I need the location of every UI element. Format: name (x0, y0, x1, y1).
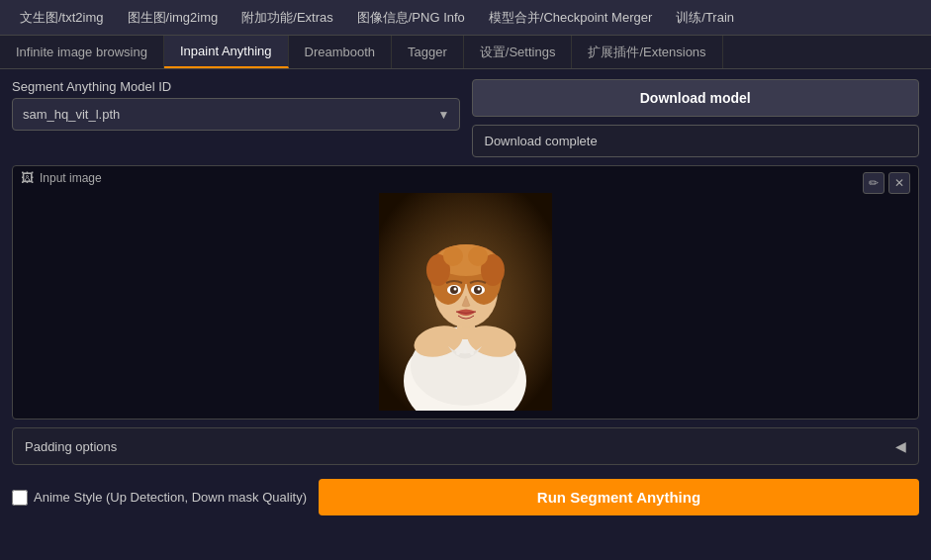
download-panel: Download model Download complete (472, 79, 920, 157)
input-image-display (379, 193, 552, 411)
svg-point-24 (470, 351, 474, 355)
svg-point-14 (443, 246, 463, 266)
svg-point-15 (468, 246, 488, 266)
svg-point-20 (454, 288, 457, 291)
input-image-area: 🖼 Input image ✏ ✕ (12, 165, 919, 420)
svg-point-21 (478, 288, 481, 291)
main-content: Segment Anything Model ID sam_hq_vit_l.p… (0, 69, 931, 560)
image-container (13, 189, 918, 419)
tab-inpaint[interactable]: Inpaint Anything (164, 36, 289, 68)
edit-image-button[interactable]: ✏ (863, 172, 884, 194)
anime-style-label: Anime Style (Up Detection, Down mask Qua… (34, 490, 307, 505)
tab-tagger[interactable]: Tagger (392, 36, 464, 68)
image-icon: 🖼 (21, 170, 34, 185)
tab-iib[interactable]: Infinite image browsing (0, 36, 164, 68)
download-status: Download complete (472, 125, 920, 157)
tab-bar: Infinite image browsing Inpaint Anything… (0, 36, 931, 69)
close-image-button[interactable]: ✕ (888, 172, 910, 194)
image-area-header: 🖼 Input image (13, 166, 918, 189)
model-select-wrapper: sam_hq_vit_l.pth sam_vit_h.pth sam_vit_l… (12, 98, 460, 131)
nav-merger[interactable]: 模型合并/Checkpoint Merger (477, 0, 664, 35)
bottom-bar: Anime Style (Up Detection, Down mask Qua… (12, 473, 919, 521)
padding-options-header[interactable]: Padding options ◀ (13, 428, 918, 464)
nav-train[interactable]: 训练/Train (664, 0, 746, 35)
padding-options-section: Padding options ◀ (12, 427, 919, 465)
model-select[interactable]: sam_hq_vit_l.pth sam_vit_h.pth sam_vit_l… (12, 98, 460, 131)
image-tools: ✏ ✕ (863, 172, 910, 194)
padding-options-title: Padding options (25, 439, 117, 454)
input-image-label: Input image (40, 171, 102, 185)
model-id-panel: Segment Anything Model ID sam_hq_vit_l.p… (12, 79, 460, 157)
top-section: Segment Anything Model ID sam_hq_vit_l.p… (12, 79, 919, 157)
padding-options-arrow-icon: ◀ (895, 438, 906, 454)
nav-extras[interactable]: 附加功能/Extras (230, 0, 344, 35)
svg-point-22 (456, 351, 460, 355)
tab-dreambooth[interactable]: Dreambooth (289, 36, 393, 68)
tab-extensions[interactable]: 扩展插件/Extensions (572, 36, 722, 68)
svg-point-23 (463, 349, 467, 353)
tab-settings[interactable]: 设置/Settings (464, 36, 573, 68)
nav-txt2img[interactable]: 文生图/txt2img (8, 0, 116, 35)
nav-pnginfo[interactable]: 图像信息/PNG Info (345, 0, 477, 35)
download-model-button[interactable]: Download model (472, 79, 920, 117)
anime-style-wrapper: Anime Style (Up Detection, Down mask Qua… (12, 490, 307, 506)
anime-style-checkbox[interactable] (12, 490, 28, 506)
model-id-label: Segment Anything Model ID (12, 79, 460, 94)
nav-img2img[interactable]: 图生图/img2img (116, 0, 231, 35)
run-segment-anything-button[interactable]: Run Segment Anything (319, 479, 919, 515)
top-navigation: 文生图/txt2img 图生图/img2img 附加功能/Extras 图像信息… (0, 0, 931, 36)
